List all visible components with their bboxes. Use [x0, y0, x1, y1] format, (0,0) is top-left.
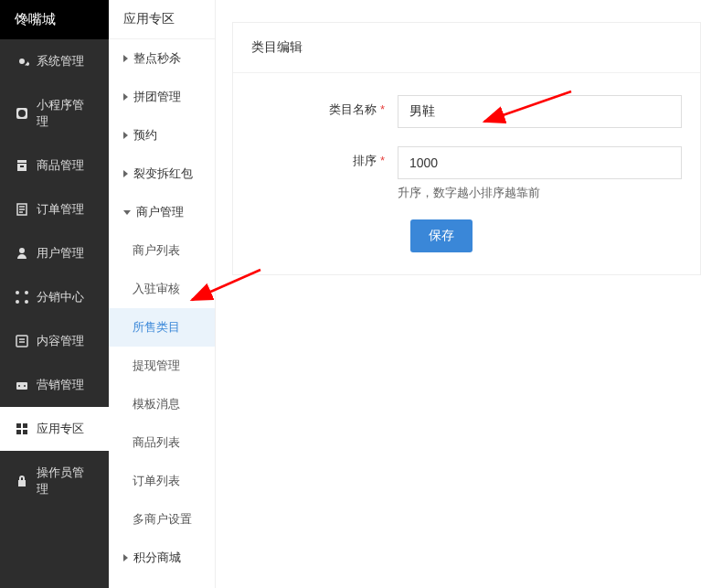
menu-child-4-3[interactable]: 提现管理 — [109, 347, 215, 385]
svg-point-6 — [18, 385, 20, 387]
svg-point-1 — [25, 291, 28, 294]
caret-icon — [123, 93, 128, 101]
menu-child-4-1[interactable]: 入驻审核 — [109, 270, 215, 308]
menu-child-4-7[interactable]: 多商户设置 — [109, 500, 215, 539]
menu-child-4-5[interactable]: 商品列表 — [109, 423, 215, 462]
required-star: * — [380, 154, 385, 167]
menu-parent-3[interactable]: 裂变拆红包 — [109, 155, 215, 193]
nav-item-1[interactable]: 小程序管理 — [0, 83, 109, 144]
user-icon — [15, 246, 29, 261]
menu-label: 商户管理 — [136, 204, 184, 220]
menu-label: 积分商城 — [133, 550, 181, 566]
menu-parent-6[interactable]: 九宫格抽奖 — [109, 577, 215, 588]
content-icon — [15, 334, 29, 348]
order-icon — [15, 202, 29, 217]
svg-point-3 — [25, 300, 28, 304]
nav-label: 内容管理 — [37, 333, 84, 349]
marketing-icon — [15, 378, 29, 392]
menu-child-4-6[interactable]: 订单列表 — [109, 462, 215, 500]
svg-point-0 — [16, 291, 19, 294]
main-content: 类目编辑 类目名称* 排序* 升序，数字越小排序越靠前 保存 — [216, 0, 701, 588]
caret-icon — [123, 210, 131, 215]
menu-parent-2[interactable]: 预约 — [109, 116, 215, 155]
nav-label: 系统管理 — [37, 53, 84, 69]
nav-label: 操作员管理 — [37, 465, 94, 497]
dist-icon — [15, 290, 29, 305]
nav-label: 应用专区 — [37, 421, 84, 437]
form: 类目名称* 排序* 升序，数字越小排序越靠前 保存 — [233, 73, 700, 274]
menu-label: 拼团管理 — [133, 89, 181, 105]
secondary-header: 应用专区 — [109, 0, 215, 39]
nav-label: 用户管理 — [37, 245, 84, 262]
nav-label: 小程序管理 — [37, 97, 94, 130]
svg-point-2 — [16, 300, 19, 304]
menu-child-4-4[interactable]: 模板消息 — [109, 385, 215, 423]
nav-label: 分销中心 — [37, 289, 84, 305]
svg-point-7 — [24, 385, 26, 387]
input-sort[interactable] — [398, 146, 682, 179]
menu-parent-5[interactable]: 积分商城 — [109, 539, 215, 577]
nav-label: 订单管理 — [37, 201, 84, 218]
apps-icon — [15, 422, 29, 436]
menu-parent-0[interactable]: 整点秒杀 — [109, 39, 215, 78]
row-name: 类目名称* — [251, 95, 682, 128]
sidebar-primary: 馋嘴城 系统管理小程序管理商品管理订单管理用户管理分销中心内容管理营销管理应用专… — [0, 0, 109, 588]
lock-icon — [15, 474, 29, 488]
card-title: 类目编辑 — [233, 23, 700, 73]
nav-item-3[interactable]: 订单管理 — [0, 187, 109, 231]
caret-icon — [123, 132, 128, 139]
menu-child-4-2[interactable]: 所售类目 — [109, 308, 215, 347]
label-sort: 排序* — [251, 146, 398, 169]
nav-item-6[interactable]: 内容管理 — [0, 319, 109, 363]
nav-label: 营销管理 — [37, 377, 84, 393]
svg-rect-5 — [16, 382, 27, 390]
brand-title: 馋嘴城 — [0, 0, 109, 39]
menu-child-4-0[interactable]: 商户列表 — [109, 231, 215, 270]
menu-label: 裂变拆红包 — [133, 166, 193, 182]
menu-label: 整点秒杀 — [133, 50, 181, 67]
sidebar-secondary: 应用专区 整点秒杀拼团管理预约裂变拆红包商户管理商户列表入驻审核所售类目提现管理… — [109, 0, 216, 588]
menu-parent-4[interactable]: 商户管理 — [109, 193, 215, 231]
svg-rect-8 — [16, 423, 21, 428]
edit-card: 类目编辑 类目名称* 排序* 升序，数字越小排序越靠前 保存 — [232, 22, 701, 275]
svg-rect-9 — [23, 423, 27, 428]
caret-icon — [123, 55, 128, 62]
nav-item-9[interactable]: 操作员管理 — [0, 451, 109, 511]
nav-item-8[interactable]: 应用专区 — [0, 407, 109, 451]
nav-item-5[interactable]: 分销中心 — [0, 275, 109, 319]
row-sort: 排序* 升序，数字越小排序越靠前 — [251, 146, 682, 201]
nav-item-4[interactable]: 用户管理 — [0, 231, 109, 275]
menu-label: 预约 — [133, 127, 157, 144]
nav-item-2[interactable]: 商品管理 — [0, 144, 109, 187]
label-name: 类目名称* — [251, 95, 398, 118]
caret-icon — [123, 554, 128, 561]
svg-rect-11 — [23, 430, 27, 434]
save-button[interactable]: 保存 — [410, 219, 473, 252]
svg-rect-4 — [16, 336, 27, 347]
gear-icon — [15, 54, 29, 69]
nav-label: 商品管理 — [37, 157, 84, 174]
caret-icon — [123, 170, 128, 177]
input-category-name[interactable] — [398, 95, 682, 128]
sort-hint: 升序，数字越小排序越靠前 — [398, 185, 682, 201]
required-star: * — [380, 102, 385, 116]
menu-parent-1[interactable]: 拼团管理 — [109, 78, 215, 116]
goods-icon — [15, 158, 29, 173]
nav-item-0[interactable]: 系统管理 — [0, 39, 109, 83]
nav-item-7[interactable]: 营销管理 — [0, 363, 109, 407]
app-icon — [15, 106, 29, 121]
svg-rect-10 — [16, 430, 21, 434]
